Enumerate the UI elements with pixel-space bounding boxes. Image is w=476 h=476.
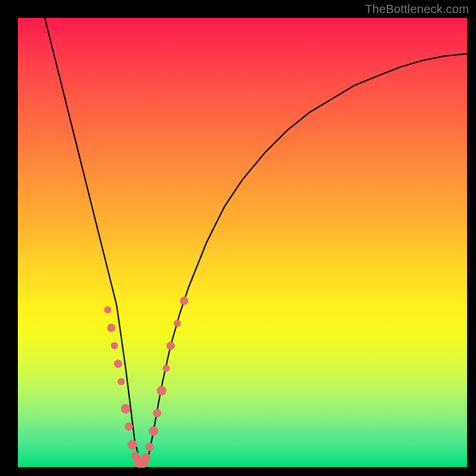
bottleneck-curve	[45, 18, 467, 467]
dot	[128, 440, 137, 449]
watermark-text: TheBottleneck.com	[365, 2, 469, 16]
dot	[107, 324, 115, 332]
curve-svg	[18, 18, 467, 467]
dot	[125, 422, 133, 431]
dot	[153, 409, 161, 417]
dot	[149, 427, 158, 436]
dot	[157, 386, 167, 396]
highlight-dots	[104, 297, 188, 468]
dot	[111, 342, 118, 349]
dot	[174, 320, 181, 327]
dot	[180, 297, 188, 305]
dot	[141, 453, 151, 463]
dot	[118, 378, 125, 386]
plot-area	[18, 18, 467, 467]
dot	[167, 342, 175, 350]
dot	[114, 359, 122, 368]
dot	[162, 365, 170, 372]
dot	[121, 404, 130, 414]
dot	[104, 306, 111, 314]
dot	[145, 443, 154, 451]
chart-frame: TheBottleneck.com	[0, 0, 476, 476]
